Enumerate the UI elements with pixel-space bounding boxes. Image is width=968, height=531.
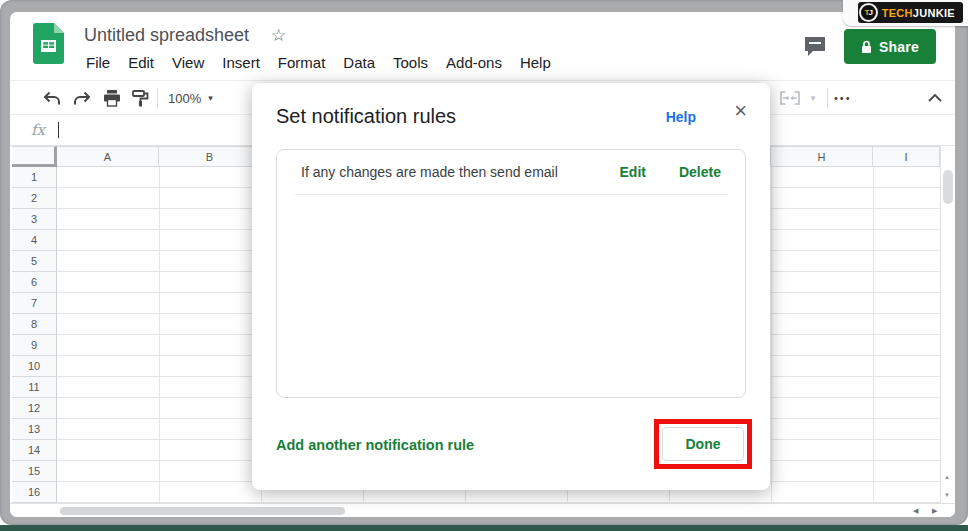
techjunkie-logo: TJ TECH JUNKIE [858,2,963,23]
add-rule-link[interactable]: Add another notification rule [276,437,474,453]
techjunkie-monogram-icon: TJ [859,3,878,22]
row-header-10[interactable]: 10 [12,356,57,377]
lock-icon [861,40,872,54]
toolbar-separator [157,88,158,108]
row-header-2[interactable]: 2 [12,188,57,209]
row-header-15[interactable]: 15 [12,461,57,482]
row-header-1[interactable]: 1 [12,167,57,188]
menu-item-tools[interactable]: Tools [384,52,437,73]
column-header-a[interactable]: A [57,146,159,167]
row-header-3[interactable]: 3 [12,209,57,230]
print-icon[interactable] [100,86,124,110]
toolbar-separator [827,88,828,108]
delete-rule-link[interactable]: Delete [679,164,721,180]
star-icon[interactable]: ☆ [271,25,286,46]
horizontal-scrollbar[interactable]: ◀ ▶ [10,503,955,517]
row-header-14[interactable]: 14 [12,440,57,461]
menu-item-insert[interactable]: Insert [213,52,269,73]
red-highlight-annotation: Done [654,419,752,469]
paint-format-icon[interactable] [128,86,152,110]
scroll-up-icon[interactable]: ▲ [944,474,950,480]
row-header-8[interactable]: 8 [12,314,57,335]
column-header-h[interactable]: H [771,146,873,167]
column-header-b[interactable]: B [159,146,261,167]
dialog-title: Set notification rules [276,105,456,128]
page-bottom-strip [0,525,968,531]
row-header-7[interactable]: 7 [12,293,57,314]
merge-cells-icon[interactable] [778,86,802,110]
close-icon[interactable]: × [734,100,747,122]
text-cursor [58,122,59,138]
rules-list: If any changes are made then send email … [276,149,746,398]
share-label: Share [879,39,919,55]
gridline [771,167,772,503]
select-all-corner[interactable] [12,146,57,167]
badge-text-tech: TECH [882,7,913,19]
menu-item-help[interactable]: Help [511,52,560,73]
row-header-6[interactable]: 6 [12,272,57,293]
screenshot-stage: Untitled spreadsheet ☆ FileEditViewInser… [0,0,968,531]
rule-item: If any changes are made then send email … [277,150,745,194]
scroll-down-icon[interactable]: ▼ [944,492,950,498]
fx-icon: fx [31,121,45,139]
collapse-toolbar-icon[interactable] [922,86,948,110]
vertical-scrollbar-thumb[interactable] [943,170,953,204]
row-header-5[interactable]: 5 [12,251,57,272]
vertical-scrollbar[interactable]: ▲ ▼ [940,146,955,517]
menu-item-edit[interactable]: Edit [119,52,163,73]
row-header-12[interactable]: 12 [12,398,57,419]
gridline [873,167,874,503]
undo-icon[interactable] [40,86,64,110]
sheets-logo-icon[interactable] [33,23,64,64]
set-notification-rules-dialog: Set notification rules Help × If any cha… [252,83,770,490]
menu-item-file[interactable]: File [77,52,119,73]
scroll-right-icon[interactable]: ▶ [932,507,937,515]
redo-icon[interactable] [70,86,94,110]
zoom-value: 100% [168,91,201,106]
done-button[interactable]: Done [662,427,744,461]
row-header-16[interactable]: 16 [12,482,57,503]
help-link[interactable]: Help [666,109,696,125]
row-header-13[interactable]: 13 [12,419,57,440]
rule-text: If any changes are made then send email [301,164,620,180]
share-button[interactable]: Share [844,29,936,64]
comment-icon[interactable] [802,35,828,63]
document-title[interactable]: Untitled spreadsheet [84,25,249,46]
row-header-4[interactable]: 4 [12,230,57,251]
sheets-app-window: Untitled spreadsheet ☆ FileEditViewInser… [10,12,955,517]
menu-item-format[interactable]: Format [269,52,335,73]
more-options-icon[interactable]: ••• [834,86,852,110]
menu-item-view[interactable]: View [163,52,213,73]
zoom-control[interactable]: 100% ▾ [168,86,213,110]
menu-item-data[interactable]: Data [334,52,384,73]
edit-rule-link[interactable]: Edit [620,164,646,180]
horizontal-scrollbar-thumb[interactable] [60,507,345,515]
row-header-9[interactable]: 9 [12,335,57,356]
column-header-i[interactable]: I [873,146,940,167]
merge-caret-down-icon[interactable]: ▾ [804,86,822,110]
badge-text-junkie: JUNKIE [913,7,955,19]
row-header-11[interactable]: 11 [12,377,57,398]
gridline [159,167,160,503]
caret-down-icon: ▾ [208,93,213,103]
menu-item-add-ons[interactable]: Add-ons [437,52,511,73]
menu-bar: FileEditViewInsertFormatDataToolsAdd-ons… [77,52,560,73]
scroll-left-icon[interactable]: ◀ [913,507,918,515]
rule-divider [295,194,727,195]
